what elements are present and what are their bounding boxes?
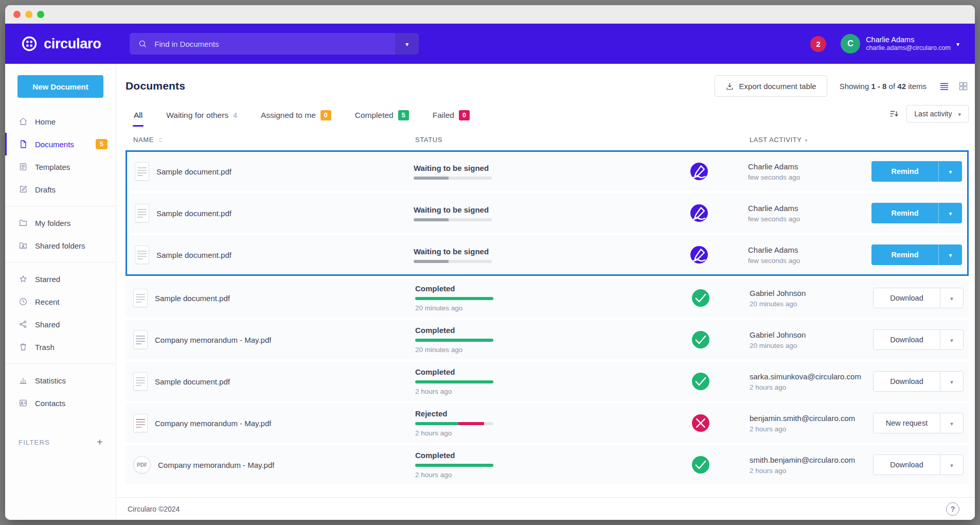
- document-row[interactable]: Company memorandum - May.pdfCompleted20 …: [126, 320, 969, 359]
- remind-button[interactable]: Remind: [871, 244, 938, 265]
- name-cell: PDFCompany memorandum - May.pdf: [133, 456, 415, 474]
- download-button[interactable]: Download: [873, 454, 940, 475]
- download-dropdown[interactable]: [940, 288, 964, 308]
- state-cell: [652, 331, 750, 348]
- sidebar-item-label: Shared folders: [35, 241, 85, 250]
- brand-logo[interactable]: circularo: [21, 35, 101, 52]
- progress-bar: [414, 260, 492, 263]
- user-menu[interactable]: C Charlie Adams charlie.adams@circularo.…: [841, 34, 959, 54]
- sidebar-item-documents[interactable]: Documents5: [5, 133, 116, 155]
- status-cell: Waiting to be signed: [414, 164, 650, 180]
- status-label: Waiting to be signed: [414, 205, 650, 214]
- tabs-row: AllWaiting for others4Assigned to me0Com…: [126, 105, 969, 127]
- document-row[interactable]: Sample document.pdfWaiting to be signedC…: [127, 152, 967, 191]
- sort-icon[interactable]: [889, 109, 899, 119]
- sidebar-item-recent[interactable]: Recent: [5, 290, 116, 313]
- download-button[interactable]: Download: [873, 288, 940, 308]
- add-filter-icon[interactable]: [97, 437, 103, 447]
- filters-label: FILTERS: [19, 439, 50, 446]
- download-dropdown[interactable]: [940, 371, 964, 392]
- sidebar-item-templates[interactable]: Templates: [5, 155, 116, 178]
- action-cell: Download: [873, 288, 964, 308]
- action-split-button: New request: [873, 413, 964, 433]
- search-input[interactable]: [153, 39, 395, 49]
- last-activity-actor: sarka.simunkova@circularo.com: [750, 372, 873, 381]
- status-label: Waiting to be signed: [414, 164, 650, 172]
- tab-completed[interactable]: Completed5: [354, 110, 410, 127]
- tab-count-badge: 0: [459, 110, 470, 120]
- minimize-window-button[interactable]: [25, 11, 32, 18]
- sidebar-item-starred[interactable]: Starred: [5, 268, 116, 290]
- remind-dropdown[interactable]: [938, 161, 962, 182]
- desktop: circularo 2 C Charlie Adams charlie.adam…: [0, 0, 980, 525]
- last-activity-actor: Charlie Adams: [748, 162, 871, 171]
- sort-toggle-icon: [157, 136, 164, 144]
- download-dropdown[interactable]: [940, 454, 964, 475]
- status-time: 2 hours ago: [415, 429, 652, 437]
- document-row[interactable]: Company memorandum - May.pdfRejected2 ho…: [126, 404, 969, 443]
- export-button[interactable]: Export document table: [715, 75, 827, 97]
- download-icon: [725, 82, 734, 91]
- tab-waiting-for-others[interactable]: Waiting for others4: [165, 110, 238, 127]
- remind-button[interactable]: Remind: [871, 203, 938, 223]
- list-view-icon[interactable]: [939, 81, 950, 92]
- chevron-down-icon: [956, 39, 959, 48]
- document-row[interactable]: PDFCompany memorandum - May.pdfCompleted…: [126, 445, 969, 484]
- search-icon: [138, 39, 147, 48]
- sidebar-divider: [5, 262, 116, 262]
- notifications-badge[interactable]: 2: [810, 36, 826, 52]
- chevron-down-icon: [405, 40, 408, 48]
- shared-folder-icon: [19, 241, 28, 250]
- view-toggle: [939, 81, 969, 92]
- download-dropdown[interactable]: [940, 329, 964, 350]
- tab-label: Failed: [433, 111, 454, 120]
- tab-count-badge: 0: [320, 110, 331, 120]
- close-window-button[interactable]: [13, 11, 21, 18]
- tab-all[interactable]: All: [133, 110, 144, 127]
- sidebar-item-statistics[interactable]: Statistics: [5, 369, 116, 392]
- sidebar-item-trash[interactable]: Trash: [5, 336, 116, 358]
- avatar: C: [841, 34, 860, 54]
- sidebar-item-shared[interactable]: Shared: [5, 313, 116, 336]
- document-name: Sample document.pdf: [156, 209, 231, 218]
- column-name[interactable]: NAME: [133, 136, 415, 144]
- action-cell: Remind: [871, 244, 962, 265]
- document-name: Sample document.pdf: [155, 377, 230, 386]
- grid-view-icon[interactable]: [958, 81, 969, 92]
- sort-dropdown[interactable]: Last activity: [906, 105, 969, 122]
- sidebar-item-contacts[interactable]: Contacts: [5, 392, 116, 414]
- trash-icon: [19, 342, 28, 352]
- signature-icon: [690, 246, 708, 264]
- sidebar-item-my-folders[interactable]: My folders: [5, 212, 116, 234]
- zoom-window-button[interactable]: [37, 11, 44, 18]
- sidebar-item-drafts[interactable]: Drafts: [5, 178, 116, 201]
- sidebar-item-shared-folders[interactable]: Shared folders: [5, 234, 116, 257]
- download-button[interactable]: Download: [873, 371, 940, 392]
- download-button[interactable]: Download: [873, 329, 940, 350]
- name-cell: Sample document.pdf: [135, 246, 414, 264]
- search-scope-dropdown[interactable]: [395, 33, 419, 55]
- drafts-icon: [19, 185, 28, 194]
- new-request-button[interactable]: New request: [873, 413, 940, 433]
- document-row[interactable]: Sample document.pdfCompleted20 minutes a…: [126, 278, 969, 318]
- new-document-button[interactable]: New Document: [17, 75, 103, 98]
- column-last-activity[interactable]: LAST ACTIVITY: [750, 136, 873, 144]
- state-cell: [652, 456, 750, 474]
- document-thumbnail-icon: [133, 372, 148, 391]
- tab-assigned-to-me[interactable]: Assigned to me0: [260, 110, 332, 127]
- document-row[interactable]: Sample document.pdfWaiting to be signedC…: [127, 194, 967, 233]
- remind-dropdown[interactable]: [938, 203, 962, 223]
- sidebar-item-home[interactable]: Home: [5, 110, 116, 133]
- last-activity-actor: benjamin.smith@circularo.com: [750, 414, 873, 423]
- document-thumbnail-icon: [135, 204, 149, 222]
- document-row[interactable]: Sample document.pdfCompleted2 hours agos…: [126, 362, 969, 401]
- status-label: Completed: [415, 284, 652, 293]
- remind-button[interactable]: Remind: [871, 161, 938, 182]
- new-request-dropdown[interactable]: [940, 413, 964, 433]
- help-button[interactable]: ?: [946, 502, 959, 516]
- last-activity-cell: smith.benjamin@circularo.com2 hours ago: [750, 456, 873, 475]
- document-row[interactable]: Sample document.pdfWaiting to be signedC…: [127, 235, 967, 274]
- chevron-down-icon: [949, 209, 952, 217]
- tab-failed[interactable]: Failed0: [432, 110, 471, 127]
- remind-dropdown[interactable]: [938, 244, 962, 265]
